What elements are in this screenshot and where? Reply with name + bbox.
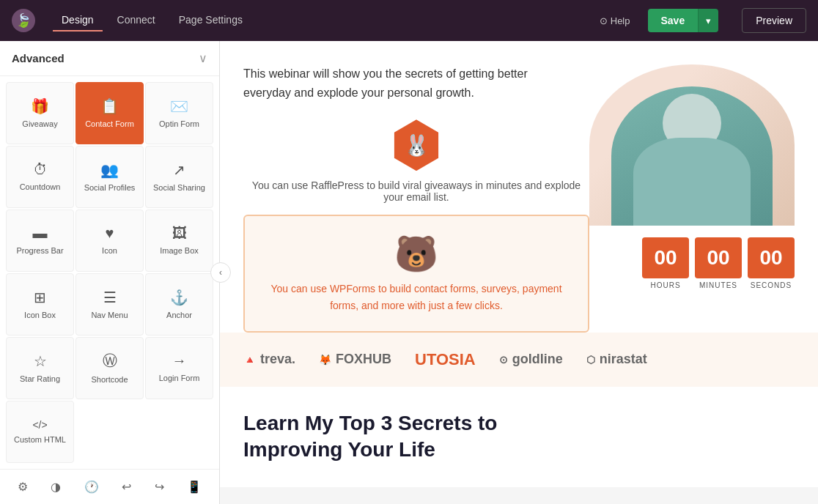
main-layout: Advanced ∨ 🎁 Giveaway 📋 Contact Form ✉️ … <box>0 41 818 504</box>
widget-optin-form[interactable]: ✉️ Optin Form <box>145 82 213 144</box>
widget-shortcode[interactable]: Ⓦ Shortcode <box>75 337 144 399</box>
countdown-seconds: 00 SECONDS <box>748 237 795 289</box>
logo-treva: 🔺 treva. <box>243 352 295 367</box>
widget-icon[interactable]: ♥ Icon <box>75 210 144 272</box>
widget-star-rating[interactable]: ☆ Star Rating <box>6 337 74 399</box>
bottom-section: Learn My Top 3 Secrets to Improving Your… <box>220 387 818 487</box>
content-area: This webinar will show you the secrets o… <box>220 41 818 504</box>
widget-nav-menu[interactable]: ☰ Nav Menu <box>75 273 144 336</box>
bottom-toolbar: ⚙ ◑ 🕐 ↩ ↪ 📱 <box>0 469 219 504</box>
help-button[interactable]: ⊙ Help <box>600 15 630 26</box>
widget-icon-box[interactable]: ⊞ Icon Box <box>6 273 74 336</box>
widget-label-optin-form: Optin Form <box>159 119 199 129</box>
hero-text: This webinar will show you the secrets o… <box>243 64 551 102</box>
help-icon: ⊙ <box>600 15 608 26</box>
settings-toolbar-button[interactable]: ⚙ <box>12 474 34 500</box>
nav-tab-connect[interactable]: Connect <box>108 10 164 32</box>
contact-form-icon: 📋 <box>100 97 119 115</box>
countdown-minutes-label: MINUTES <box>699 281 737 289</box>
social-profiles-icon: 👥 <box>100 161 119 179</box>
countdown-minutes-value: 00 <box>695 237 742 278</box>
widget-label-shortcode: Shortcode <box>91 375 128 385</box>
undo-toolbar-button[interactable]: ↩ <box>116 474 137 500</box>
widget-label-star-rating: Star Rating <box>20 374 60 384</box>
optin-form-icon: ✉️ <box>170 97 188 115</box>
countdown-hours-value: 00 <box>642 237 689 278</box>
widgets-grid: 🎁 Giveaway 📋 Contact Form ✉️ Optin Form … <box>0 76 219 469</box>
giveaway-icon: 🎁 <box>31 97 49 115</box>
social-sharing-icon: ↗ <box>173 161 185 179</box>
widget-countdown[interactable]: ⏱ Countdown <box>6 146 74 208</box>
logo-foxhub: 🦊 FOXHUB <box>319 352 391 367</box>
countdown-minutes: 00 MINUTES <box>695 237 742 289</box>
top-navigation: 🍃 Design Connect Page Settings ⊙ Help Sa… <box>0 0 818 41</box>
widget-label-contact-form: Contact Form <box>85 119 134 129</box>
widget-progress-bar[interactable]: ▬ Progress Bar <box>6 210 74 272</box>
anchor-icon: ⚓ <box>170 289 188 306</box>
widget-social-profiles[interactable]: 👥 Social Profiles <box>75 146 144 208</box>
icon-widget-icon: ♥ <box>106 225 114 242</box>
widget-label-login-form: Login Form <box>159 374 200 383</box>
custom-html-icon: </> <box>32 419 47 431</box>
widget-label-anchor: Anchor <box>166 311 192 320</box>
widget-contact-form[interactable]: 📋 Contact Form <box>75 82 144 144</box>
logo: 🍃 <box>12 9 35 32</box>
countdown-seconds-label: SECONDS <box>751 281 792 289</box>
widget-login-form[interactable]: → Login Form <box>145 337 213 399</box>
countdown-hours-label: HOURS <box>650 281 680 289</box>
logos-section: 🔺 treva. 🦊 FOXHUB UTOSIA ⊙ goldline ⬡ ni… <box>220 333 818 387</box>
logo-goldline: ⊙ goldline <box>499 352 563 367</box>
bottom-heading: Learn My Top 3 Secrets to Improving Your… <box>243 410 795 464</box>
logo-utosia: UTOSIA <box>415 350 476 369</box>
preview-button[interactable]: Preview <box>742 8 806 33</box>
widget-anchor[interactable]: ⚓ Anchor <box>145 273 213 336</box>
save-dropdown-button[interactable]: ▾ <box>698 9 718 32</box>
giveaway-section: 🐰 You can use RafflePress to build viral… <box>243 119 589 203</box>
widget-giveaway[interactable]: 🎁 Giveaway <box>6 82 74 144</box>
widget-social-sharing[interactable]: ↗ Social Sharing <box>145 146 213 208</box>
widget-custom-html[interactable]: </> Custom HTML <box>6 401 74 463</box>
countdown-hours: 00 HOURS <box>642 237 689 289</box>
wpforms-box: 🐻 You can use WPForms to build contact f… <box>243 215 589 333</box>
panel-collapse-arrow[interactable]: ‹ <box>210 262 231 283</box>
save-button-group: Save ▾ <box>648 9 719 32</box>
hero-section: This webinar will show you the secrets o… <box>220 41 818 333</box>
hero-left: This webinar will show you the secrets o… <box>243 64 589 333</box>
widget-label-custom-html: Custom HTML <box>14 435 66 445</box>
widget-label-giveaway: Giveaway <box>22 119 57 129</box>
nav-tab-design[interactable]: Design <box>53 10 103 32</box>
wpforms-text: You can use WPForms to build contact for… <box>268 281 564 314</box>
widget-label-social-sharing: Social Sharing <box>153 183 205 193</box>
sidebar-title: Advanced <box>12 52 65 64</box>
nav-menu-icon: ☰ <box>103 289 117 306</box>
star-rating-icon: ☆ <box>34 352 47 370</box>
widget-image-box[interactable]: 🖼 Image Box <box>145 210 213 272</box>
wpforms-bear-icon: 🐻 <box>268 234 564 275</box>
widget-label-social-profiles: Social Profiles <box>84 183 136 193</box>
widget-label-icon: Icon <box>102 246 117 256</box>
hero-right: 00 HOURS 00 MINUTES 00 SECONDS <box>589 64 795 301</box>
save-button[interactable]: Save <box>648 9 699 32</box>
widget-label-progress-bar: Progress Bar <box>16 246 63 256</box>
countdown-icon: ⏱ <box>33 161 48 178</box>
sidebar-header: Advanced ∨ <box>0 41 219 76</box>
mobile-toolbar-button[interactable]: 📱 <box>181 474 207 500</box>
widget-label-nav-menu: Nav Menu <box>91 311 128 320</box>
history-toolbar-button[interactable]: 🕐 <box>78 474 105 500</box>
login-form-icon: → <box>172 352 187 369</box>
progress-bar-icon: ▬ <box>33 225 48 242</box>
page-content: This webinar will show you the secrets o… <box>220 41 818 487</box>
icon-box-icon: ⊞ <box>34 289 46 306</box>
rafflepress-logo: 🐰 <box>391 119 442 171</box>
widget-label-image-box: Image Box <box>160 246 199 256</box>
sidebar-collapse-button[interactable]: ∨ <box>199 51 207 65</box>
nav-tab-page-settings[interactable]: Page Settings <box>170 10 251 32</box>
logo-nirastat: ⬡ nirastat <box>586 352 647 367</box>
image-box-icon: 🖼 <box>172 225 187 242</box>
redo-toolbar-button[interactable]: ↪ <box>149 474 170 500</box>
giveaway-description: You can use RafflePress to build viral g… <box>243 179 589 203</box>
countdown-seconds-value: 00 <box>748 237 795 278</box>
left-sidebar: Advanced ∨ 🎁 Giveaway 📋 Contact Form ✉️ … <box>0 41 220 504</box>
hero-image <box>589 64 795 226</box>
layers-toolbar-button[interactable]: ◑ <box>45 474 67 500</box>
